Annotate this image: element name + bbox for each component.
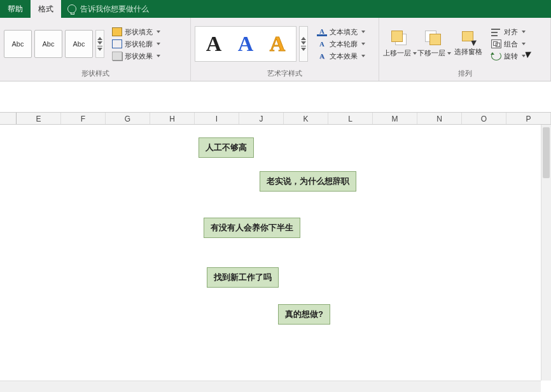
shape-textbox[interactable]: 真的想做? [278, 304, 330, 325]
shape-fill-button[interactable]: 形状填充 [111, 27, 162, 38]
wordart-preset-2[interactable]: A [238, 32, 254, 56]
col-header[interactable]: F [61, 113, 106, 124]
effects-icon [112, 52, 122, 60]
pen-icon [112, 39, 122, 48]
shape-style-preset-1[interactable]: Abc [4, 30, 32, 58]
group-wordart-styles: A A A A文本填充 A文本轮廓 A文本效果 艺术字样式 [191, 18, 379, 81]
wordart-gallery-more[interactable] [299, 26, 308, 62]
send-backward-icon [424, 30, 443, 46]
group-button[interactable]: 组合 [490, 39, 527, 50]
shape-textbox[interactable]: 找到新工作了吗 [207, 267, 279, 288]
col-header[interactable]: J [239, 113, 284, 124]
col-header[interactable]: L [328, 113, 373, 124]
scrollbar-thumb[interactable] [543, 127, 550, 178]
col-header[interactable]: G [106, 113, 150, 124]
ribbon: Abc Abc Abc 形状填充 形状轮廓 形状效果 形状样式 A A A [0, 18, 551, 81]
col-header[interactable]: H [150, 113, 195, 124]
shape-textbox[interactable]: 人工不够高 [199, 137, 254, 158]
shape-style-preset-3[interactable]: Abc [65, 30, 93, 58]
lightbulb-icon [67, 4, 76, 13]
bring-forward-icon [390, 30, 409, 46]
group-icon [491, 39, 501, 48]
text-outline-icon: A [317, 39, 327, 48]
group-shape-styles: Abc Abc Abc 形状填充 形状轮廓 形状效果 形状样式 [0, 18, 191, 81]
col-header[interactable]: E [17, 113, 61, 124]
group-label-shape-styles: 形状样式 [4, 67, 186, 80]
shape-style-gallery-more[interactable] [95, 30, 104, 58]
column-headers: E F G H I J K L M N O P [0, 112, 551, 125]
tell-me-label: 告诉我你想要做什么 [80, 4, 149, 15]
group-label-wordart: 艺术字样式 [195, 67, 375, 80]
menubar: 帮助 格式 告诉我你想要做什么 [0, 0, 551, 18]
col-header[interactable]: O [462, 113, 506, 124]
menu-help[interactable]: 帮助 [0, 0, 31, 18]
selection-pane-icon [459, 30, 477, 45]
text-effects-icon: A [317, 52, 327, 60]
col-header[interactable]: K [284, 113, 328, 124]
shape-textbox[interactable]: 老实说，为什么想辞职 [260, 171, 356, 192]
shape-outline-button[interactable]: 形状轮廓 [111, 39, 162, 50]
horizontal-scrollbar[interactable] [0, 381, 541, 392]
shape-style-preset-2[interactable]: Abc [34, 30, 62, 58]
col-header[interactable]: I [195, 113, 239, 124]
rotate-button[interactable]: 旋转 [490, 51, 527, 62]
selection-pane-button[interactable]: 选择窗格 [452, 29, 485, 58]
text-fill-button[interactable]: A文本填充 [316, 27, 366, 38]
rotate-icon [491, 52, 501, 60]
group-arrange: 上移一层 下移一层 选择窗格 对齐 组合 旋转 排列 [379, 18, 551, 81]
send-backward-button[interactable]: 下移一层 [417, 29, 450, 59]
col-header[interactable]: N [417, 113, 462, 124]
text-effects-button[interactable]: A文本效果 [316, 51, 366, 62]
bring-forward-button[interactable]: 上移一层 [383, 29, 416, 59]
cursor-icon [526, 50, 533, 57]
col-header-edge[interactable] [0, 113, 17, 124]
bucket-icon [112, 27, 122, 36]
text-fill-icon: A [317, 27, 327, 36]
wordart-gallery[interactable]: A A A [195, 26, 296, 62]
vertical-scrollbar[interactable] [541, 125, 551, 381]
shape-textbox[interactable]: 有没有人会养你下半生 [204, 218, 300, 238]
col-header[interactable]: M [373, 113, 417, 124]
wordart-preset-1[interactable]: A [206, 32, 222, 56]
text-outline-button[interactable]: A文本轮廓 [316, 39, 366, 50]
col-header[interactable]: P [506, 113, 551, 124]
worksheet[interactable]: E F G H I J K L M N O P 人工不够高 老实说，为什么想辞职… [0, 81, 551, 392]
menu-format[interactable]: 格式 [31, 0, 61, 18]
align-icon [491, 27, 501, 36]
group-label-arrange: 排列 [383, 67, 547, 80]
tell-me-search[interactable]: 告诉我你想要做什么 [61, 0, 155, 18]
wordart-preset-3[interactable]: A [270, 32, 286, 56]
shape-effects-button[interactable]: 形状效果 [111, 51, 162, 62]
align-button[interactable]: 对齐 [490, 27, 527, 38]
